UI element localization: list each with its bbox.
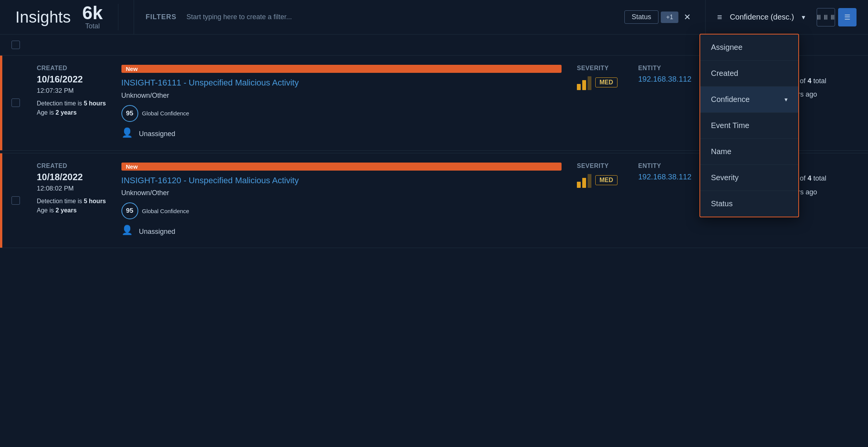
created-section-1: Created 10/18/2022 12:08:02 PM Detection… [29, 153, 114, 248]
sort-label[interactable]: Confidence (desc.) [730, 13, 794, 21]
view-toggle: ⫼⫼⫼ ☰ [817, 8, 857, 26]
age-1: Age is 2 years [37, 207, 106, 214]
total-count-label: Total [85, 22, 100, 30]
main-section-0: New INSIGHT-16111 - Unspecified Maliciou… [114, 56, 569, 150]
insight-type-1: Unknown/Other [121, 189, 562, 197]
row-checkbox-1 [2, 153, 29, 248]
assignee-label-1: Unassigned [139, 228, 175, 236]
dropdown-item-name[interactable]: Name [700, 139, 798, 165]
sort-section: ≡ Confidence (desc.) ▾ ⫼⫼⫼ ☰ Assignee Cr… [705, 0, 868, 34]
created-date-1: 10/18/2022 [37, 172, 106, 182]
sort-dropdown: Assignee Created Confidence ▾ Event Time… [699, 34, 799, 217]
app-title: Insights [15, 8, 71, 26]
filter-status-button[interactable]: Status [624, 10, 658, 24]
severity-badge-0: MED [595, 77, 617, 87]
filter-tag: Status +1 ✕ [624, 10, 694, 24]
assignee-section-1: 👤 Unassigned [121, 225, 562, 238]
age-0: Age is 2 years [37, 109, 106, 116]
severity-bar3-1 [588, 174, 591, 188]
confidence-circle-0: 95 [121, 105, 138, 122]
sort-arrow-icon[interactable]: ▾ [802, 13, 805, 21]
severity-bar1-0 [577, 84, 581, 90]
created-time-1: 12:08:02 PM [37, 185, 106, 192]
insight-type-0: Unknown/Other [121, 92, 562, 100]
header: Insights 6k Total FILTERS Start typing h… [0, 0, 868, 35]
total-count-section: 6k Total [82, 4, 118, 30]
insight-title-0[interactable]: INSIGHT-16111 - Unspecified Malicious Ac… [121, 77, 562, 89]
filters-section: FILTERS Start typing here to create a fi… [134, 0, 705, 34]
view-list-button[interactable]: ☰ [838, 8, 857, 26]
assignee-icon-1: 👤 [121, 225, 135, 238]
assignee-icon-0: 👤 [121, 127, 135, 141]
severity-bars-0 [577, 76, 591, 90]
detection-time-0: Detection time is 5 hours [37, 100, 106, 107]
created-label-0: Created [37, 65, 106, 72]
selected-indicator: ▾ [784, 96, 788, 103]
header-title-section: Insights 6k Total [0, 0, 134, 34]
dropdown-item-assignee[interactable]: Assignee [700, 35, 798, 61]
confidence-label-1: Global Confidence [142, 208, 189, 214]
severity-label-0: Severity [577, 65, 623, 72]
severity-bar2-1 [582, 178, 586, 188]
created-section-0: Created 10/16/2022 12:07:32 PM Detection… [29, 56, 114, 150]
row-checkbox-0 [2, 56, 29, 150]
confidence-section-1: 95 Global Confidence [121, 202, 562, 219]
severity-badge-1: MED [595, 175, 617, 185]
filter-plus-button[interactable]: +1 [661, 12, 678, 23]
created-time-0: 12:07:32 PM [37, 87, 106, 95]
detection-time-1: Detection time is 5 hours [37, 198, 106, 205]
filter-clear-button[interactable]: ✕ [681, 11, 694, 24]
severity-section-1: Severity MED [569, 153, 631, 248]
dropdown-item-created[interactable]: Created [700, 61, 798, 87]
dropdown-item-event-time[interactable]: Event Time [700, 113, 798, 139]
dropdown-item-severity[interactable]: Severity [700, 165, 798, 191]
filter-input-placeholder[interactable]: Start typing here to create a filter... [187, 13, 618, 21]
select-all-checkbox[interactable] [11, 41, 20, 49]
created-date-0: 10/16/2022 [37, 74, 106, 85]
row-select-checkbox-0[interactable] [11, 99, 20, 107]
main-section-1: New INSIGHT-16120 - Unspecified Maliciou… [114, 153, 569, 248]
total-count-number: 6k [82, 4, 103, 22]
new-badge-0: New [121, 65, 562, 73]
severity-bar2-0 [582, 80, 586, 90]
assignee-label-0: Unassigned [139, 130, 175, 138]
severity-section-0: Severity MED [569, 56, 631, 150]
list-icon: ☰ [844, 13, 850, 21]
dropdown-item-status[interactable]: Status [700, 191, 798, 217]
severity-bar1-1 [577, 182, 581, 188]
insight-title-1[interactable]: INSIGHT-16120 - Unspecified Malicious Ac… [121, 175, 562, 186]
confidence-label-0: Global Confidence [142, 110, 189, 117]
new-badge-1: New [121, 163, 562, 171]
view-columns-button[interactable]: ⫼⫼⫼ [817, 8, 835, 26]
created-label-1: Created [37, 163, 106, 169]
sort-icon: ≡ [717, 12, 722, 22]
row-select-checkbox-1[interactable] [11, 196, 20, 205]
severity-label-1: Severity [577, 163, 623, 169]
confidence-circle-1: 95 [121, 202, 138, 219]
columns-icon: ⫼⫼⫼ [816, 13, 836, 21]
severity-bars-1 [577, 174, 591, 188]
severity-bar3-0 [588, 76, 591, 90]
confidence-section-0: 95 Global Confidence [121, 105, 562, 122]
dropdown-item-confidence[interactable]: Confidence ▾ [700, 87, 798, 113]
assignee-section-0: 👤 Unassigned [121, 127, 562, 141]
filters-label: FILTERS [146, 13, 177, 21]
